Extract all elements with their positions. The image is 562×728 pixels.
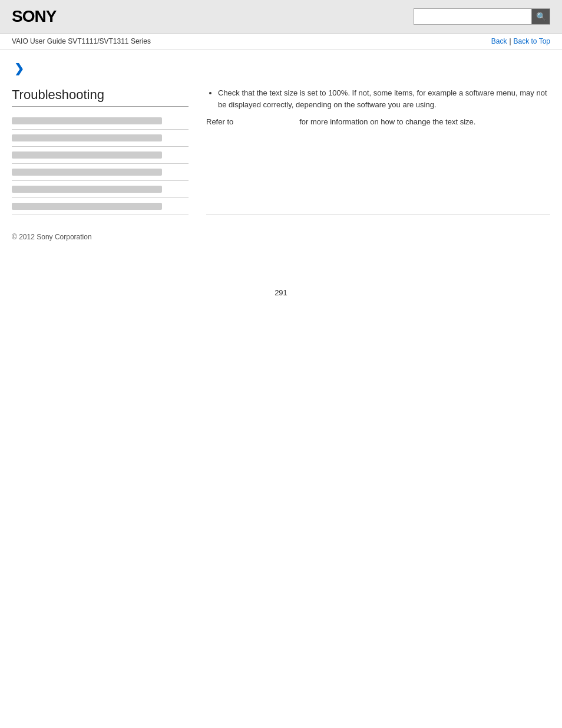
list-item[interactable] — [12, 147, 189, 164]
sidebar-link-placeholder — [12, 151, 162, 159]
main-content: ❯ Troubleshooting — [0, 50, 562, 265]
list-item[interactable] — [12, 113, 189, 130]
two-column-layout: Troubleshooting — [12, 87, 550, 215]
back-to-top-link[interactable]: Back to Top — [514, 37, 550, 45]
chevron-right-icon: ❯ — [14, 62, 24, 75]
page-number: 291 — [0, 288, 562, 297]
refer-prefix: Refer to — [206, 117, 233, 126]
nav-bar: VAIO User Guide SVT1111/SVT1311 Series B… — [0, 34, 562, 50]
sidebar-links — [12, 113, 189, 215]
search-icon: 🔍 — [536, 12, 546, 21]
chevron-area: ❯ — [14, 61, 550, 75]
sidebar-link-placeholder — [12, 134, 162, 141]
list-item[interactable] — [12, 164, 189, 181]
left-sidebar: Troubleshooting — [12, 87, 189, 215]
sony-logo: SONY — [12, 7, 56, 26]
header: SONY 🔍 — [0, 0, 562, 34]
back-link[interactable]: Back — [491, 37, 507, 45]
search-area: 🔍 — [414, 8, 550, 25]
footer-copyright: © 2012 Sony Corporation — [12, 233, 550, 241]
sidebar-link-placeholder — [12, 203, 162, 210]
search-button[interactable]: 🔍 — [531, 8, 550, 25]
copyright-text: © 2012 Sony Corporation — [12, 233, 92, 241]
bullet-item: Check that the text size is set to 100%.… — [218, 87, 550, 110]
right-content: Check that the text size is set to 100%.… — [206, 87, 550, 215]
nav-separator: | — [509, 37, 511, 45]
sidebar-link-placeholder — [12, 117, 162, 124]
list-item[interactable] — [12, 130, 189, 147]
refer-text: Refer to for more information on how to … — [206, 116, 550, 128]
search-input[interactable] — [414, 8, 531, 25]
sidebar-link-placeholder — [12, 169, 162, 176]
nav-links: Back | Back to Top — [491, 37, 550, 45]
list-item[interactable] — [12, 198, 189, 215]
bullet-list: Check that the text size is set to 100%.… — [206, 87, 550, 110]
sidebar-heading: Troubleshooting — [12, 87, 189, 107]
sidebar-link-placeholder — [12, 186, 162, 193]
bullet-text: Check that the text size is set to 100%.… — [218, 88, 547, 109]
refer-suffix: for more information on how to change th… — [299, 117, 475, 126]
guide-title: VAIO User Guide SVT1111/SVT1311 Series — [12, 37, 151, 45]
list-item[interactable] — [12, 181, 189, 198]
